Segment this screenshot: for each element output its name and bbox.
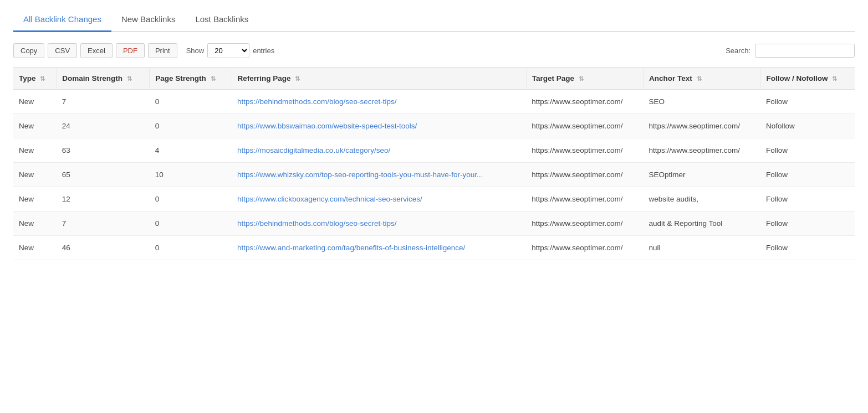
cell-follow_nofollow: Nofollow — [760, 114, 855, 138]
entries-label: entries — [253, 47, 274, 55]
table-row: New240https://www.bbswaimao.com/website-… — [13, 114, 855, 138]
cell-type: New — [13, 236, 57, 260]
cell-type: New — [13, 187, 57, 211]
sort-icon-referring: ⇅ — [295, 75, 300, 82]
print-button[interactable]: Print — [148, 43, 177, 58]
table-row: New120https://www.clickboxagency.com/tec… — [13, 187, 855, 211]
cell-target_page: https://www.seoptimer.com/ — [526, 187, 643, 211]
cell-page_strength: 0 — [150, 90, 232, 114]
cell-domain_strength: 7 — [57, 90, 150, 114]
col-type[interactable]: Type ⇅ — [13, 68, 57, 90]
sort-icon-page: ⇅ — [211, 75, 216, 82]
tabs-container: All Backlink Changes New Backlinks Lost … — [13, 9, 855, 32]
cell-type: New — [13, 138, 57, 163]
cell-target_page: https://www.seoptimer.com/ — [526, 236, 643, 260]
referring-page-link[interactable]: https://www.clickboxagency.com/technical… — [237, 195, 422, 203]
table-row: New70https://behindmethods.com/blog/seo-… — [13, 211, 855, 236]
cell-page_strength: 10 — [150, 163, 232, 187]
cell-referring_page[interactable]: https://www.bbswaimao.com/website-speed-… — [232, 114, 526, 138]
cell-follow_nofollow: Follow — [760, 236, 855, 260]
table-body: New70https://behindmethods.com/blog/seo-… — [13, 90, 855, 260]
cell-type: New — [13, 211, 57, 236]
cell-anchor_text: https://www.seoptimer.com/ — [644, 138, 760, 163]
cell-target_page: https://www.seoptimer.com/ — [526, 138, 643, 163]
cell-page_strength: 0 — [150, 187, 232, 211]
cell-referring_page[interactable]: https://www.and-marketing.com/tag/benefi… — [232, 236, 526, 260]
referring-page-link[interactable]: https://www.bbswaimao.com/website-speed-… — [237, 122, 417, 130]
cell-anchor_text: website audits, — [644, 187, 760, 211]
cell-domain_strength: 65 — [57, 163, 150, 187]
table-row: New460https://www.and-marketing.com/tag/… — [13, 236, 855, 260]
cell-anchor_text: SEO — [644, 90, 760, 114]
cell-page_strength: 0 — [150, 114, 232, 138]
show-label: Show — [186, 47, 205, 55]
tab-all-backlink-changes[interactable]: All Backlink Changes — [13, 9, 111, 32]
cell-target_page: https://www.seoptimer.com/ — [526, 163, 643, 187]
csv-button[interactable]: CSV — [48, 43, 77, 58]
cell-domain_strength: 7 — [57, 211, 150, 236]
cell-type: New — [13, 163, 57, 187]
sort-icon-domain: ⇅ — [127, 75, 132, 82]
col-domain-strength[interactable]: Domain Strength ⇅ — [57, 68, 150, 90]
table-row: New70https://behindmethods.com/blog/seo-… — [13, 90, 855, 114]
cell-page_strength: 0 — [150, 211, 232, 236]
referring-page-link[interactable]: https://behindmethods.com/blog/seo-secre… — [237, 97, 396, 106]
cell-referring_page[interactable]: https://behindmethods.com/blog/seo-secre… — [232, 90, 526, 114]
cell-target_page: https://www.seoptimer.com/ — [526, 114, 643, 138]
table-header-row: Type ⇅ Domain Strength ⇅ Page Strength ⇅… — [13, 68, 855, 90]
table-row: New634https://mosaicdigitalmedia.co.uk/c… — [13, 138, 855, 163]
referring-page-link[interactable]: https://mosaicdigitalmedia.co.uk/categor… — [237, 146, 390, 154]
cell-domain_strength: 46 — [57, 236, 150, 260]
cell-follow_nofollow: Follow — [760, 187, 855, 211]
search-input[interactable] — [755, 44, 855, 58]
sort-icon-type: ⇅ — [40, 75, 45, 82]
cell-anchor_text: audit & Reporting Tool — [644, 211, 760, 236]
cell-page_strength: 4 — [150, 138, 232, 163]
entries-select[interactable]: 20 50 100 — [207, 43, 249, 58]
tab-new-backlinks[interactable]: New Backlinks — [111, 9, 186, 32]
col-anchor-text[interactable]: Anchor Text ⇅ — [644, 68, 760, 90]
cell-anchor_text: null — [644, 236, 760, 260]
toolbar: Copy CSV Excel PDF Print Show 20 50 100 … — [13, 43, 855, 58]
col-referring-page[interactable]: Referring Page ⇅ — [232, 68, 526, 90]
cell-type: New — [13, 114, 57, 138]
cell-type: New — [13, 90, 57, 114]
cell-domain_strength: 63 — [57, 138, 150, 163]
cell-referring_page[interactable]: https://mosaicdigitalmedia.co.uk/categor… — [232, 138, 526, 163]
cell-target_page: https://www.seoptimer.com/ — [526, 90, 643, 114]
cell-anchor_text: SEOptimer — [644, 163, 760, 187]
tab-lost-backlinks[interactable]: Lost Backlinks — [185, 9, 258, 32]
table-row: New6510https://www.whizsky.com/top-seo-r… — [13, 163, 855, 187]
sort-icon-anchor: ⇅ — [697, 75, 702, 82]
cell-target_page: https://www.seoptimer.com/ — [526, 211, 643, 236]
col-follow-nofollow[interactable]: Follow / Nofollow ⇅ — [760, 68, 855, 90]
referring-page-link[interactable]: https://www.and-marketing.com/tag/benefi… — [237, 244, 465, 252]
referring-page-link[interactable]: https://behindmethods.com/blog/seo-secre… — [237, 219, 396, 228]
search-container: Search: — [726, 44, 855, 58]
excel-button[interactable]: Excel — [80, 43, 113, 58]
cell-referring_page[interactable]: https://www.whizsky.com/top-seo-reportin… — [232, 163, 526, 187]
cell-domain_strength: 24 — [57, 114, 150, 138]
cell-page_strength: 0 — [150, 236, 232, 260]
cell-domain_strength: 12 — [57, 187, 150, 211]
cell-follow_nofollow: Follow — [760, 211, 855, 236]
copy-button[interactable]: Copy — [13, 43, 44, 58]
sort-icon-follow: ⇅ — [832, 75, 837, 82]
sort-icon-target: ⇅ — [579, 75, 584, 82]
cell-follow_nofollow: Follow — [760, 138, 855, 163]
search-label: Search: — [726, 47, 750, 55]
referring-page-link[interactable]: https://www.whizsky.com/top-seo-reportin… — [237, 171, 483, 179]
col-target-page[interactable]: Target Page ⇅ — [526, 68, 643, 90]
cell-follow_nofollow: Follow — [760, 90, 855, 114]
cell-anchor_text: https://www.seoptimer.com/ — [644, 114, 760, 138]
cell-referring_page[interactable]: https://www.clickboxagency.com/technical… — [232, 187, 526, 211]
cell-referring_page[interactable]: https://behindmethods.com/blog/seo-secre… — [232, 211, 526, 236]
pdf-button[interactable]: PDF — [116, 43, 145, 58]
col-page-strength[interactable]: Page Strength ⇅ — [150, 68, 232, 90]
cell-follow_nofollow: Follow — [760, 163, 855, 187]
backlinks-table: Type ⇅ Domain Strength ⇅ Page Strength ⇅… — [13, 67, 855, 260]
